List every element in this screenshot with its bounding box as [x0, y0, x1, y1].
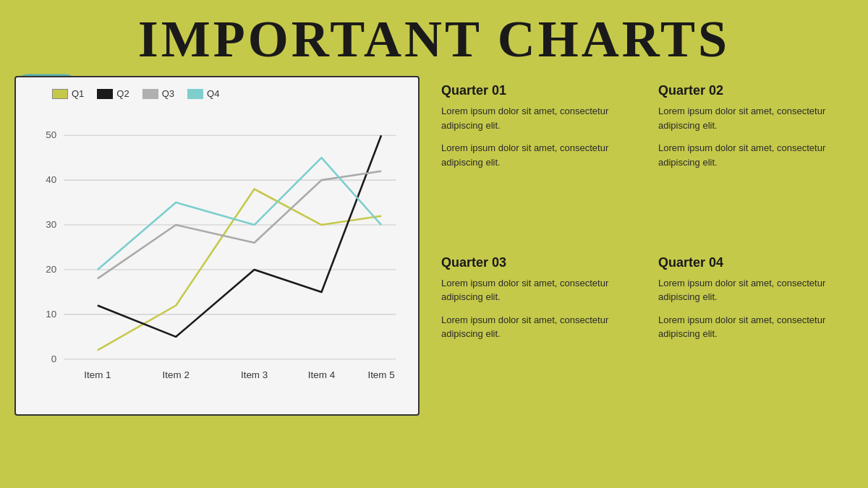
quarter-text-2b: Lorem ipsum dolor sit amet, consectetur …	[658, 141, 846, 169]
legend-label-q3: Q3	[162, 88, 174, 99]
info-panels: Quarter 01 Lorem ipsum dolor sit amet, c…	[441, 76, 846, 416]
legend-color-q4	[187, 89, 203, 99]
svg-text:Item 2: Item 2	[163, 369, 190, 380]
quarter-text-3b: Lorem ipsum dolor sit amet, consectetur …	[441, 313, 629, 341]
legend-q3: Q3	[142, 88, 174, 99]
svg-text:0: 0	[51, 354, 56, 364]
svg-text:Item 4: Item 4	[308, 369, 336, 380]
svg-text:Item 3: Item 3	[241, 369, 268, 380]
quarter-text-3a: Lorem ipsum dolor sit amet, consectetur …	[441, 276, 629, 304]
quarter-panel-3: Quarter 03 Lorem ipsum dolor sit amet, c…	[441, 252, 629, 416]
svg-text:Item 5: Item 5	[367, 369, 394, 380]
quarter-text-1b: Lorem ipsum dolor sit amet, consectetur …	[441, 141, 629, 169]
quarter-title-2: Quarter 02	[658, 83, 846, 98]
svg-text:10: 10	[46, 309, 56, 320]
quarter-text-2a: Lorem ipsum dolor sit amet, consectetur …	[658, 104, 846, 132]
legend-label-q4: Q4	[207, 88, 219, 99]
quarter-text-1a: Lorem ipsum dolor sit amet, consectetur …	[441, 104, 629, 132]
legend-color-q1	[52, 89, 68, 99]
legend-q2: Q2	[97, 88, 129, 99]
chart-legend: Q1 Q2 Q3 Q4	[52, 88, 404, 99]
quarter-text-4b: Lorem ipsum dolor sit amet, consectetur …	[658, 313, 846, 341]
legend-label-q1: Q1	[72, 88, 84, 99]
main-content: Q1 Q2 Q3 Q4	[0, 69, 868, 423]
svg-text:40: 40	[46, 174, 56, 185]
quarter-panel-1: Quarter 01 Lorem ipsum dolor sit amet, c…	[441, 80, 629, 244]
legend-color-q2	[97, 89, 113, 99]
svg-text:Item 1: Item 1	[84, 369, 111, 380]
quarter-title-1: Quarter 01	[441, 83, 629, 98]
legend-color-q3	[142, 89, 158, 99]
quarter-title-4: Quarter 04	[658, 255, 846, 270]
legend-label-q2: Q2	[116, 88, 129, 99]
legend-q4: Q4	[187, 88, 219, 99]
line-chart: 0 10 20 30 40 50 Item 1 Item 2 Item 3 It…	[30, 106, 404, 388]
quarter-panel-4: Quarter 04 Lorem ipsum dolor sit amet, c…	[658, 252, 846, 416]
chart-container: Q1 Q2 Q3 Q4	[14, 76, 420, 416]
legend-q1: Q1	[52, 88, 84, 99]
page-title: IMPORTANT CHARTS	[0, 0, 868, 65]
quarter-text-4a: Lorem ipsum dolor sit amet, consectetur …	[658, 276, 846, 304]
svg-text:20: 20	[46, 264, 56, 275]
svg-text:50: 50	[46, 129, 56, 140]
quarter-title-3: Quarter 03	[441, 255, 629, 270]
quarter-panel-2: Quarter 02 Lorem ipsum dolor sit amet, c…	[658, 80, 846, 244]
svg-text:30: 30	[46, 219, 56, 230]
